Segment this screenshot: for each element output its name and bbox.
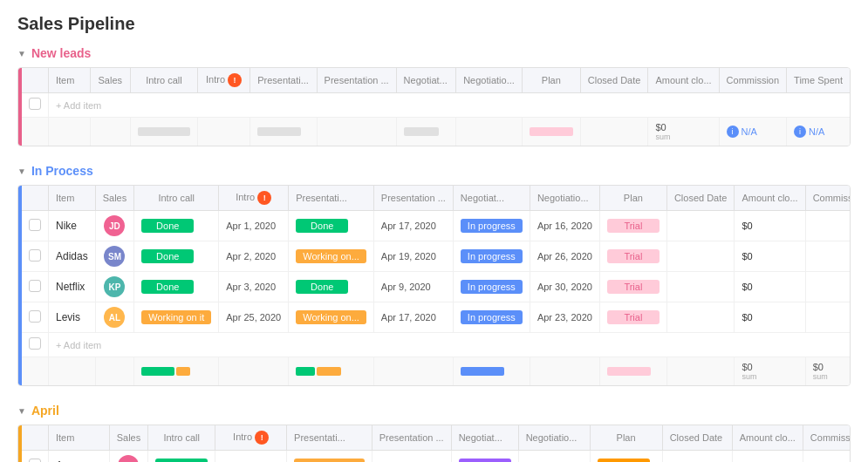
row-checkbox[interactable] (29, 459, 41, 463)
pres2-date: Apr 17, 2020 (381, 221, 436, 231)
th-sales-0: Sales (90, 68, 130, 93)
intro-date: Apr 1, 2020 (226, 221, 276, 231)
intro-call-badge: Working on it (141, 310, 211, 324)
avatar: AL (104, 307, 125, 328)
section-in-process: ▼ In Process Item Sales Intro call Intro… (17, 164, 851, 386)
neg2-date: Apr 26, 2020 (537, 251, 592, 262)
pres1-badge: Working on... (296, 310, 366, 324)
th-amount-0: Amount clo... (648, 68, 719, 93)
summary-commission-0: i N/A (727, 126, 757, 138)
th-neg2-2: Negotiatio... (518, 425, 590, 451)
sum-commission-1: $0sum (813, 362, 851, 381)
th-intro2-2: Intro ! (215, 425, 287, 451)
row-checkbox[interactable] (29, 219, 41, 231)
pres2-date: Apr 9, 2020 (381, 282, 431, 292)
th-sales-1: Sales (95, 186, 134, 211)
th-commission-0: Commission (719, 68, 787, 93)
intro-call-badge: Done (155, 459, 208, 462)
neg2-date: Apr 30, 2020 (537, 282, 592, 292)
th-neg1-2: Negotiat... (451, 425, 518, 451)
th-commission-2: Commission (803, 425, 851, 451)
th-pres1-1: Presentati... (289, 186, 374, 211)
th-checkbox (22, 68, 49, 93)
plan-badge: Trial (607, 219, 660, 233)
avatar: SM (104, 246, 125, 267)
pres2-date: Apr 17, 2020 (381, 312, 436, 323)
pres1-badge: Working on... (294, 459, 365, 462)
neg1-badge: In progress (461, 280, 523, 294)
th-intro-call-0: Intro call (130, 68, 197, 93)
plan-badge: Trial (607, 280, 660, 294)
intro-call-badge: Done (141, 219, 194, 233)
checkbox[interactable] (29, 98, 41, 110)
row-checkbox[interactable] (29, 280, 41, 292)
section-title-in-process: In Process (31, 164, 93, 178)
section-header-new-leads[interactable]: ▼ New leads (17, 46, 851, 60)
th-neg1-1: Negotiat... (453, 186, 530, 211)
neg1-badge: In progress (461, 249, 523, 263)
summary-row-new-leads: $0sum i N/A i N/A (22, 118, 850, 146)
th-amount-1: Amount clo... (735, 186, 805, 211)
intro-date: Apr 2, 2020 (226, 251, 276, 262)
th-neg2-0: Negotiatio... (456, 68, 523, 93)
section-header-april[interactable]: ▼ April (17, 404, 851, 418)
table-row: AdidasSMDoneApr 2, 2020Working on...Apr … (22, 241, 851, 272)
add-item-row[interactable]: + Add item (22, 333, 851, 357)
th-item-1: Item (49, 186, 96, 211)
page: Sales Pipeline ▼ New leads Item Sales In… (0, 0, 868, 462)
th-amount-2: Amount clo... (732, 425, 803, 451)
th-item-2: Item (49, 425, 110, 451)
chevron-icon-2: ▼ (17, 166, 26, 176)
add-item-row[interactable]: + Add item (22, 93, 850, 118)
alert-icon-0: ! (228, 73, 242, 87)
pres1-badge: Working on... (296, 249, 366, 263)
th-pres2-2: Presentation ... (372, 425, 451, 451)
section-april: ▼ April Item Sales Intro call Intro ! Pr… (17, 404, 851, 462)
row-item: Netflix (56, 281, 85, 293)
th-timespent-0: Time Spent (787, 68, 850, 93)
intro-call-badge: Done (141, 280, 194, 294)
add-item-label[interactable]: + Add item (49, 333, 851, 357)
neg2-date: Apr 16, 2020 (537, 221, 592, 231)
th-plan-2: Plan (590, 425, 662, 451)
row-item: Levis (56, 311, 80, 323)
th-neg2-1: Negotiatio... (530, 186, 599, 211)
alert-icon-1: ! (257, 191, 271, 205)
row-checkbox[interactable] (29, 310, 41, 323)
th-plan-1: Plan (599, 186, 666, 211)
alert-icon-2: ! (255, 431, 269, 445)
table-row: LevisALWorking on itApr 25, 2020Working … (22, 302, 851, 333)
section-title-april: April (31, 404, 59, 418)
avatar: KP (104, 276, 125, 297)
summary-timespent-0: i N/A (794, 126, 824, 138)
neg1-badge: In progress (461, 310, 523, 324)
table-april: Item Sales Intro call Intro ! Presentati… (17, 425, 851, 462)
th-intro2-1: Intro ! (219, 186, 289, 211)
add-item-label[interactable]: + Add item (49, 93, 851, 118)
table-row: NikeJDDoneApr 1, 2020DoneApr 17, 2020In … (22, 211, 851, 241)
th-intro-call-2: Intro call (148, 425, 215, 451)
th-pres1-0: Presentati... (250, 68, 317, 93)
th-item-0: Item (49, 68, 91, 93)
neg2-date: Apr 23, 2020 (537, 312, 592, 323)
intro-call-badge: Done (141, 249, 194, 263)
neg1-badge: In progress (461, 219, 523, 233)
plan-badge: Pro (598, 459, 650, 462)
summary-row-in-process: $0sum $0sum i N/A (22, 357, 851, 386)
avatar: JD (118, 455, 139, 462)
row-amount: $0 (742, 312, 752, 323)
section-header-in-process[interactable]: ▼ In Process (17, 164, 851, 178)
pres2-date: Apr 19, 2020 (381, 251, 436, 262)
row-amount: $0 (742, 221, 752, 231)
checkbox[interactable] (29, 337, 41, 350)
row-checkbox[interactable] (29, 249, 41, 262)
th-closed-1: Closed Date (666, 186, 735, 211)
section-new-leads: ▼ New leads Item Sales Intro call Intro … (17, 46, 851, 146)
th-plan-0: Plan (522, 68, 580, 93)
neg1-badge: Won (459, 459, 511, 462)
chevron-icon: ▼ (17, 49, 26, 58)
row-item: Nike (56, 220, 77, 232)
th-intro-call-1: Intro call (134, 186, 219, 211)
table-new-leads: Item Sales Intro call Intro ! Presentati… (17, 67, 851, 146)
section-title-new-leads: New leads (31, 46, 91, 60)
